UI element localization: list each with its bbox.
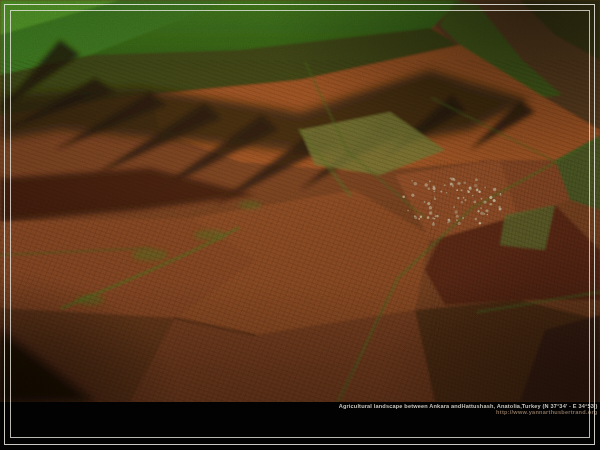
wallpaper-stage: Agricultural landscape between Ankara an… xyxy=(0,0,600,450)
caption-credit-url: http://www.yannarthusbertrand.org xyxy=(338,409,597,415)
aerial-photo xyxy=(0,0,600,402)
aerial-photo-art xyxy=(0,0,600,402)
photo-caption: Agricultural landscape between Ankara an… xyxy=(338,403,597,416)
grain-overlay xyxy=(0,0,600,402)
